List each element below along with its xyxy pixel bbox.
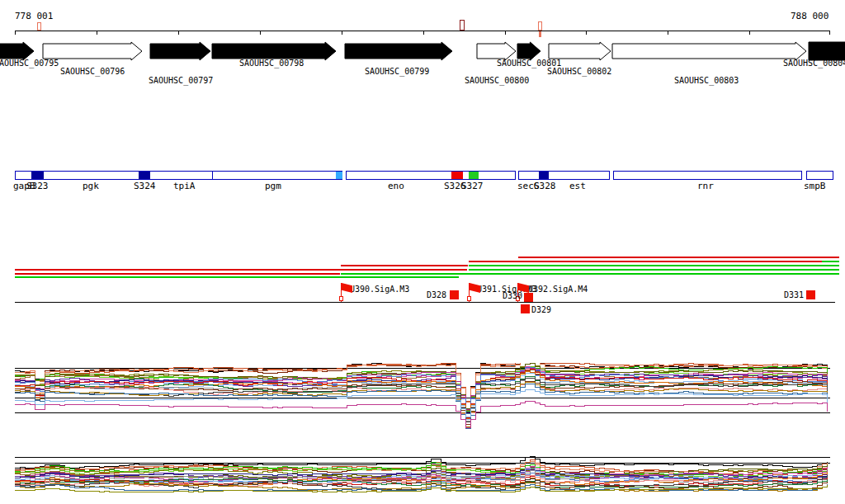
expression-panel-lower: [0, 452, 845, 504]
expression-curve: [15, 401, 827, 427]
expression-curve: [15, 384, 827, 428]
genome-browser-canvas: 778 001 788 000 SAOUHSC_00795SAOUHSC_007…: [0, 0, 845, 504]
expression-panel-upper: [0, 363, 845, 441]
